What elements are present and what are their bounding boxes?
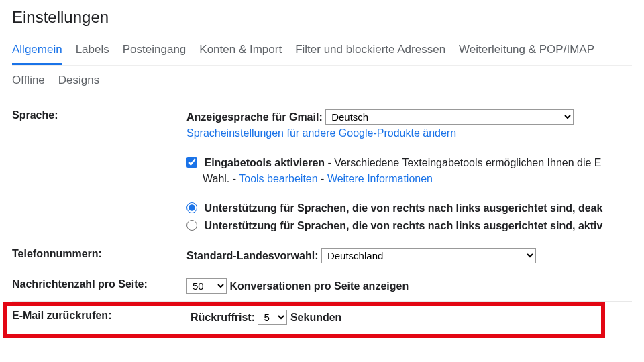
label-undo-send: E-Mail zurückrufen: bbox=[12, 310, 191, 326]
input-tools-desc: - Verschiedene Texteingabetools ermöglic… bbox=[325, 157, 601, 168]
tabs-primary: Allgemein Labels Posteingang Konten & Im… bbox=[12, 39, 632, 66]
tabs-secondary: Offline Designs bbox=[12, 66, 632, 97]
page-title: Einstellungen bbox=[12, 8, 632, 27]
select-undo-seconds[interactable]: 5 bbox=[258, 310, 287, 325]
link-more-info[interactable]: Weitere Informationen bbox=[327, 173, 433, 184]
link-tools-edit[interactable]: Tools bearbeiten bbox=[239, 173, 317, 184]
input-tools-label: Eingabetools aktivieren bbox=[204, 157, 325, 168]
link-change-other-products[interactable]: Spracheinstellungen für andere Google-Pr… bbox=[186, 127, 456, 139]
pagesize-suffix: Konversationen pro Seite anzeigen bbox=[229, 280, 409, 292]
undo-prefix: Rückruffrist: bbox=[191, 312, 255, 323]
radio-rtl-off[interactable] bbox=[186, 202, 197, 213]
row-undo-send-highlight: E-Mail zurückrufen: Rückruffrist: 5 Seku… bbox=[3, 302, 605, 338]
tab-filter[interactable]: Filter und blockierte Adressen bbox=[295, 39, 445, 65]
tab-designs[interactable]: Designs bbox=[58, 74, 99, 87]
tab-allgemein[interactable]: Allgemein bbox=[12, 39, 62, 65]
tab-posteingang[interactable]: Posteingang bbox=[123, 39, 186, 65]
tab-labels[interactable]: Labels bbox=[76, 39, 109, 65]
undo-suffix: Sekunden bbox=[290, 312, 341, 323]
display-language-label: Anzeigesprache für Gmail: bbox=[186, 111, 323, 123]
label-language: Sprache: bbox=[12, 109, 186, 234]
phone-prefix-label: Standard-Landesvorwahl: bbox=[186, 250, 318, 261]
select-display-language[interactable]: Deutsch bbox=[325, 109, 574, 125]
row-pagesize: Nachrichtenzahl pro Seite: 50 Konversati… bbox=[12, 272, 632, 302]
label-phone: Telefonnummern: bbox=[12, 248, 186, 264]
select-pagesize[interactable]: 50 bbox=[186, 278, 227, 294]
tab-konten-import[interactable]: Konten & Import bbox=[199, 39, 282, 65]
rtl-on-label: Unterstützung für Sprachen, die von rech… bbox=[204, 220, 602, 231]
row-language: Sprache: Anzeigesprache für Gmail: Deuts… bbox=[12, 101, 632, 241]
tab-offline[interactable]: Offline bbox=[12, 74, 45, 87]
radio-rtl-on[interactable] bbox=[186, 220, 197, 231]
select-country-code[interactable]: Deutschland bbox=[321, 248, 536, 263]
rtl-off-label: Unterstützung für Sprachen, die von rech… bbox=[204, 202, 602, 214]
label-pagesize: Nachrichtenzahl pro Seite: bbox=[12, 278, 186, 294]
tab-weiterleitung[interactable]: Weiterleitung & POP/IMAP bbox=[459, 39, 594, 65]
row-phone: Telefonnummern: Standard-Landesvorwahl: … bbox=[12, 241, 632, 272]
input-tools-wahl: Wahl. - bbox=[203, 173, 239, 184]
checkbox-input-tools[interactable] bbox=[186, 157, 197, 168]
